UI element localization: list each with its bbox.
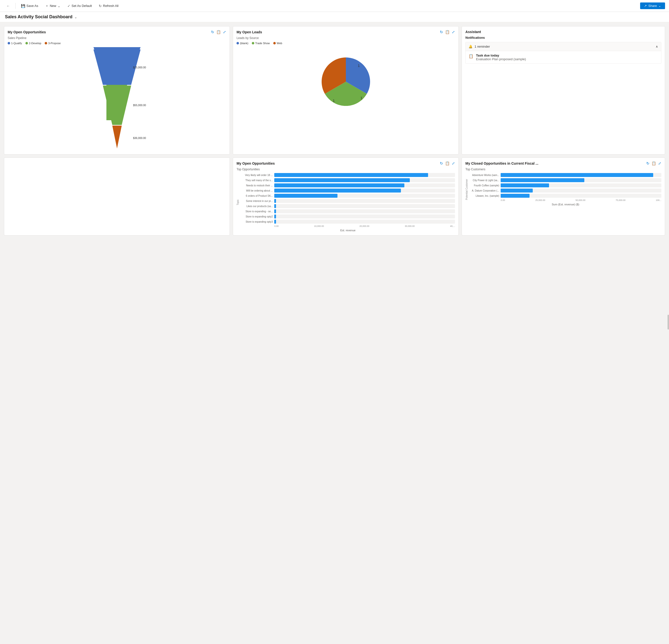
funnel-propose bbox=[112, 126, 122, 148]
task-detail: Evaluation Plan proposed (sample) bbox=[476, 57, 526, 61]
bar-row-1: Very likely will order 18 ... bbox=[241, 173, 455, 177]
leads-legend: (blank) Trade Show Web bbox=[237, 42, 455, 45]
opp-bar-header: My Open Opportunities ↻ 📋 ⤢ bbox=[237, 161, 455, 166]
closed-subtitle: Top Customers bbox=[465, 168, 661, 171]
new-chevron-icon: ⌄ bbox=[58, 4, 60, 8]
opp-bar-expand-icon[interactable]: ⤢ bbox=[452, 161, 455, 166]
closed-bar-track-5 bbox=[501, 194, 661, 198]
closed-refresh-icon[interactable]: ↻ bbox=[646, 161, 650, 166]
axis-label-10k: 10,000.00 bbox=[314, 225, 324, 227]
bar-label-1: Very likely will order 18 ... bbox=[241, 174, 273, 176]
opp-bar-refresh-icon[interactable]: ↻ bbox=[440, 161, 443, 166]
closed-axis-50k: 50,000.00 bbox=[575, 199, 585, 201]
notifications-header: Notifications bbox=[465, 36, 661, 40]
closed-bar-label-2: City Power & Light (sa... bbox=[470, 179, 499, 182]
closed-card-header: My Closed Opportunities in Current Fisca… bbox=[465, 161, 661, 166]
closed-bar-row-2: City Power & Light (sa... bbox=[470, 178, 661, 182]
reminder-chevron-icon: ∧ bbox=[656, 45, 658, 48]
closed-axis-title: Sum (Est. revenue) ($) bbox=[470, 203, 661, 206]
save-icon: 💾 bbox=[21, 4, 25, 8]
save-as-button[interactable]: 💾 Save As bbox=[18, 2, 41, 9]
bar-fill-9 bbox=[274, 215, 276, 218]
bar-track-8 bbox=[274, 209, 455, 213]
bar-label-2: They sell many of the s... bbox=[241, 179, 273, 182]
axis-label-40k: 40,... bbox=[450, 225, 455, 227]
share-chevron-icon: ⌄ bbox=[658, 4, 661, 8]
bar-row-2: They sell many of the s... bbox=[241, 178, 455, 182]
funnel-label-3: $36,000.00 bbox=[133, 137, 146, 140]
closed-y-axis: Potential Customer bbox=[465, 179, 468, 200]
bottom-left-placeholder bbox=[4, 157, 230, 235]
opp-bar-export-icon[interactable]: 📋 bbox=[445, 161, 450, 166]
closed-bar-track-1 bbox=[501, 173, 661, 177]
funnel-export-icon[interactable]: 📋 bbox=[216, 30, 221, 34]
funnel-container: $25,000.00 $55,000.00 $36,000.00 bbox=[8, 47, 226, 151]
open-opportunities-funnel-card: My Open Opportunities ↻ 📋 ⤢ Sales Pipeli… bbox=[4, 26, 230, 155]
back-button[interactable]: ← bbox=[4, 2, 12, 9]
closed-bar-row-4: A. Datum Corporation (... bbox=[470, 189, 661, 192]
bar-label-9: Store is expanding opty2 bbox=[241, 215, 273, 218]
opp-bar-axis-labels: 0.00 10,000.00 20,000.00 30,000.00 40,..… bbox=[241, 225, 455, 227]
axis-label-0: 0.00 bbox=[274, 225, 279, 227]
opp-bar-y-axis: Topic bbox=[237, 199, 239, 205]
closed-bar-chart: Adventure Works (sam... City Power & Lig… bbox=[470, 173, 661, 206]
check-icon: ✓ bbox=[67, 4, 70, 8]
closed-bar-label-4: A. Datum Corporation (... bbox=[470, 189, 499, 192]
closed-bar-label-1: Adventure Works (sam... bbox=[470, 174, 499, 176]
task-title: Task due today bbox=[476, 54, 526, 57]
bar-row-5: 6 orders of Product SK... bbox=[241, 194, 455, 198]
legend-propose: 3-Propose bbox=[45, 42, 61, 45]
bar-label-5: 6 orders of Product SK... bbox=[241, 195, 273, 197]
reminder-row[interactable]: 🔔 1 reminder ∧ bbox=[466, 42, 661, 51]
funnel-expand-icon[interactable]: ⤢ bbox=[223, 30, 226, 34]
closed-expand-icon[interactable]: ⤢ bbox=[658, 161, 661, 166]
funnel-card-actions: ↻ 📋 ⤢ bbox=[211, 30, 226, 34]
closed-axis-0: 0.00 bbox=[501, 199, 505, 201]
refresh-icon: ↻ bbox=[99, 4, 102, 8]
funnel-refresh-icon[interactable]: ↻ bbox=[211, 30, 214, 34]
bar-track-9 bbox=[274, 215, 455, 218]
legend-blank: (blank) bbox=[237, 42, 248, 45]
set-default-button[interactable]: ✓ Set As Default bbox=[65, 2, 94, 9]
bar-row-4: Will be ordering about ... bbox=[241, 189, 455, 192]
new-button[interactable]: ＋ New ⌄ bbox=[43, 2, 63, 10]
bar-track-10 bbox=[274, 220, 455, 224]
bell-icon: 🔔 bbox=[469, 45, 472, 48]
toolbar-divider-1 bbox=[15, 3, 16, 9]
bar-row-8: Store is expanding - se... bbox=[241, 209, 455, 213]
share-button[interactable]: ↗ Share ⌄ bbox=[640, 2, 665, 9]
legend-dot-qualify bbox=[8, 42, 10, 44]
closed-bar-label-5: Litware, Inc. (sample) bbox=[470, 195, 499, 197]
bar-track-3 bbox=[274, 183, 455, 187]
leads-refresh-icon[interactable]: ↻ bbox=[440, 30, 443, 34]
closed-export-icon[interactable]: 📋 bbox=[652, 161, 656, 166]
bar-label-7: Likes our products (sa... bbox=[241, 205, 273, 207]
reminder-detail-text: Task due today Evaluation Plan proposed … bbox=[476, 54, 526, 61]
bar-track-1 bbox=[274, 173, 455, 177]
opp-bar-title: My Open Opportunities bbox=[237, 161, 275, 166]
closed-card-title: My Closed Opportunities in Current Fisca… bbox=[465, 161, 538, 166]
legend-qualify: 1-Qualify bbox=[8, 42, 22, 45]
bar-fill-1 bbox=[274, 173, 428, 177]
leads-export-icon[interactable]: 📋 bbox=[445, 30, 450, 34]
refresh-button[interactable]: ↻ Refresh All bbox=[96, 2, 121, 9]
open-opportunities-bar-card: My Open Opportunities ↻ 📋 ⤢ Top Opportun… bbox=[233, 157, 459, 235]
page-title: Sales Activity Social Dashboard bbox=[5, 14, 72, 19]
axis-label-30k: 30,000.00 bbox=[405, 225, 415, 227]
funnel-card-title: My Open Opportunities bbox=[8, 30, 46, 34]
closed-axis-100k: 100... bbox=[656, 199, 661, 201]
page-title-chevron[interactable]: ⌄ bbox=[74, 15, 77, 19]
closed-bar-fill-1 bbox=[501, 173, 653, 177]
leads-expand-icon[interactable]: ⤢ bbox=[452, 30, 455, 34]
closed-bar-fill-2 bbox=[501, 178, 584, 182]
bar-track-6 bbox=[274, 199, 455, 203]
legend-label-qualify: 1-Qualify bbox=[11, 42, 22, 45]
legend-label-blank: (blank) bbox=[240, 42, 248, 45]
legend-web: Web bbox=[273, 42, 282, 45]
bar-label-10: Store is expanding opty3 bbox=[241, 220, 273, 223]
closed-bar-track-2 bbox=[501, 178, 661, 182]
legend-dot-web bbox=[273, 42, 276, 44]
reminder-detail: 📋 Task due today Evaluation Plan propose… bbox=[466, 51, 661, 63]
reminder-section: 🔔 1 reminder ∧ 📋 Task due today Evaluati… bbox=[465, 42, 661, 64]
closed-bar-fill-3 bbox=[501, 183, 549, 187]
